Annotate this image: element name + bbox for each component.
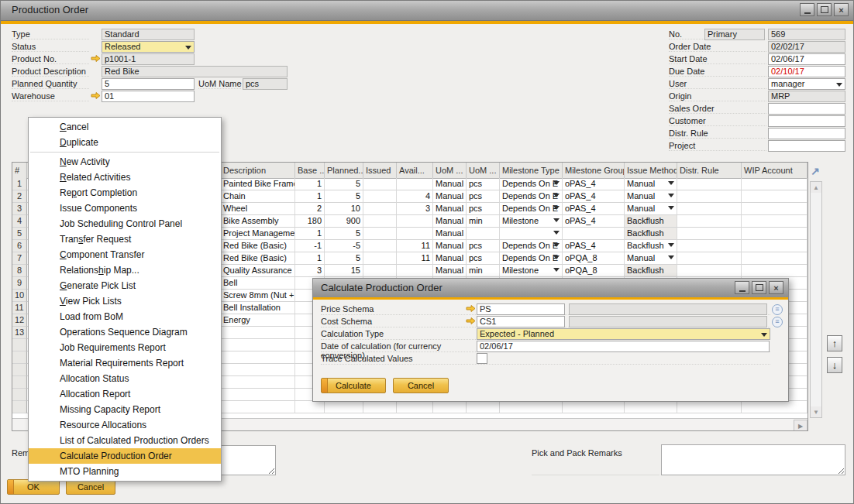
cell-uom-name[interactable]: pcs: [467, 252, 500, 265]
cell-milestone-group[interactable]: oPAS_4: [563, 190, 625, 203]
cell-milestone-group[interactable]: oPAS_4: [563, 178, 625, 190]
pick-pack-remarks-textarea[interactable]: [661, 444, 845, 475]
minimize-icon[interactable]: [735, 281, 749, 294]
choose-from-list-icon[interactable]: ≡: [772, 304, 783, 315]
link-arrow-icon[interactable]: [91, 91, 101, 101]
cell-issue-method[interactable]: Backflush: [625, 240, 677, 252]
menu-item-view-pick-lists[interactable]: View Pick Lists: [29, 293, 221, 309]
cell-base-qty[interactable]: 1: [295, 228, 325, 240]
cell-distr-rule[interactable]: [677, 178, 742, 190]
cell-issue-method[interactable]: Backflush: [625, 265, 677, 277]
cell-description[interactable]: [221, 401, 295, 413]
cell-base-qty[interactable]: 180: [295, 215, 325, 228]
cell-description[interactable]: Red Bike (Basic): [221, 240, 295, 252]
cell-planned-qty[interactable]: [325, 401, 363, 413]
customer-field[interactable]: [768, 115, 845, 127]
cell-issued[interactable]: [363, 401, 397, 413]
menu-item-component-transfer[interactable]: Component Transfer: [29, 247, 221, 262]
link-arrow-icon[interactable]: [466, 304, 476, 314]
cell-description[interactable]: Screw 8mm (Nut + B: [221, 290, 295, 302]
cell-distr-rule[interactable]: [677, 190, 742, 203]
cell-description[interactable]: Bell Installation: [221, 302, 295, 314]
status-field[interactable]: Released: [102, 41, 195, 53]
cell-issued[interactable]: [363, 240, 397, 252]
cell-issued[interactable]: [363, 265, 397, 277]
menu-item-operations-sequence-diagram[interactable]: Operations Sequence Diagram: [29, 324, 221, 340]
warehouse-field[interactable]: 01: [102, 91, 195, 102]
cell-issued[interactable]: [363, 252, 397, 265]
cell-available[interactable]: 3: [397, 203, 433, 215]
close-icon[interactable]: ×: [834, 3, 849, 16]
cell-description[interactable]: Red Bike (Basic): [221, 252, 295, 265]
cell-description[interactable]: [221, 389, 295, 401]
maximize-icon[interactable]: [817, 3, 832, 16]
cell-issue-method[interactable]: Manual: [625, 190, 677, 203]
expand-form-icon[interactable]: ↗: [811, 165, 820, 177]
cell-distr-rule[interactable]: [677, 252, 742, 265]
cell-uom-method[interactable]: Manual: [433, 265, 467, 277]
menu-item-new-activity[interactable]: New Activity: [29, 154, 221, 170]
cell-milestone-group[interactable]: oPAS_4: [563, 215, 625, 228]
cell-milestone-group[interactable]: oPAS_4: [563, 240, 625, 252]
link-arrow-icon[interactable]: [91, 54, 101, 64]
scroll-down-icon[interactable]: ▼: [811, 406, 821, 417]
cost-schema-input[interactable]: CS1: [477, 316, 565, 327]
cell-description[interactable]: Bell: [221, 277, 295, 290]
date-of-calculation-for-currency-conversion-input[interactable]: 02/06/17: [477, 341, 770, 352]
cell-distr-rule[interactable]: [677, 228, 742, 240]
cell-description[interactable]: Bike Assembly: [221, 215, 295, 228]
cell-base-qty[interactable]: 2: [295, 203, 325, 215]
cell-issued[interactable]: [363, 228, 397, 240]
menu-item-list-of-calculated-production-orders[interactable]: List of Calculated Production Orders: [29, 433, 221, 448]
menu-item-transfer-request[interactable]: Transfer Request: [29, 231, 221, 247]
cell-milestone-group[interactable]: oPQA_8: [563, 265, 625, 277]
cell-available[interactable]: 4: [397, 190, 433, 203]
cell-uom-name[interactable]: [467, 401, 500, 413]
cell-issue-method[interactable]: Manual: [625, 178, 677, 190]
price-schema-input[interactable]: PS: [477, 303, 565, 315]
cell-description[interactable]: Quality Assurance: [221, 265, 295, 277]
row-up-button[interactable]: ↑: [827, 335, 842, 351]
menu-item-resource-allocations[interactable]: Resource Allocations: [29, 417, 221, 433]
menu-item-job-scheduling-control-panel[interactable]: Job Scheduling Control Panel: [29, 216, 221, 231]
cell-description[interactable]: [221, 351, 295, 364]
cell-description[interactable]: Project Management: [221, 228, 295, 240]
cell-distr-rule[interactable]: [677, 401, 742, 413]
cell-uom-method[interactable]: Manual: [433, 228, 467, 240]
cell-distr-rule[interactable]: [677, 203, 742, 215]
cell-issue-method[interactable]: Backflush: [625, 215, 677, 228]
cell-distr-rule[interactable]: [677, 215, 742, 228]
cell-base-qty[interactable]: 1: [295, 190, 325, 203]
cell-wip-account[interactable]: [742, 203, 808, 215]
cell-available[interactable]: [397, 228, 433, 240]
cell-uom-method[interactable]: Manual: [433, 203, 467, 215]
menu-item-mto-planning[interactable]: MTO Planning: [29, 464, 221, 479]
menu-item-material-requirements-report[interactable]: Material Requirements Report: [29, 355, 221, 371]
cell-milestone-type[interactable]: [500, 228, 563, 240]
menu-item-report-completion[interactable]: Report Completion: [29, 185, 221, 201]
cell-milestone-type[interactable]: [500, 401, 563, 413]
cell-uom-method[interactable]: Manual: [433, 215, 467, 228]
cancel-button[interactable]: Cancel: [66, 479, 115, 495]
cell-uom-name[interactable]: pcs: [467, 203, 500, 215]
menu-item-calculate-production-order[interactable]: Calculate Production Order: [29, 448, 221, 464]
cell-wip-account[interactable]: [742, 265, 808, 277]
cell-issue-method[interactable]: Manual: [625, 203, 677, 215]
calculation-type-select[interactable]: Expected - Planned: [477, 328, 770, 340]
menu-item-job-requirements-report[interactable]: Job Requirements Report: [29, 340, 221, 355]
cell-base-qty[interactable]: 3: [295, 265, 325, 277]
trace-calculated-values-checkbox[interactable]: [477, 353, 487, 364]
cell-uom-method[interactable]: Manual: [433, 252, 467, 265]
cell-distr-rule[interactable]: [677, 240, 742, 252]
cell-uom-method[interactable]: [433, 401, 467, 413]
cell-wip-account[interactable]: [742, 252, 808, 265]
cell-milestone-group[interactable]: [563, 401, 625, 413]
cell-wip-account[interactable]: [742, 228, 808, 240]
cell-base-qty[interactable]: 1: [295, 178, 325, 190]
cell-description[interactable]: [221, 327, 295, 339]
cell-milestone-type[interactable]: Depends On E: [500, 178, 563, 190]
menu-item-load-from-bom[interactable]: Load from BoM: [29, 309, 221, 324]
menu-item-missing-capacity-report[interactable]: Missing Capacity Report: [29, 402, 221, 417]
close-icon[interactable]: ×: [769, 281, 783, 294]
menu-item-related-activities[interactable]: Related Activities: [29, 170, 221, 185]
